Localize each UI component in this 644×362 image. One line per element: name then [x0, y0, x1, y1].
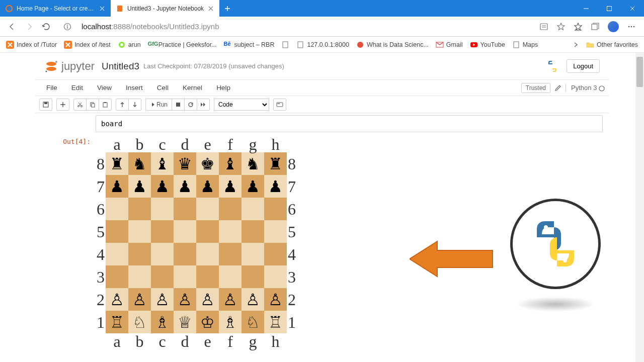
menu-kernel[interactable]: Kernel [176, 84, 209, 92]
bookmark-item[interactable]: Index of /test [64, 41, 111, 49]
svg-point-23 [55, 61, 57, 63]
logout-button[interactable]: Logout [567, 59, 600, 73]
forward-button[interactable] [22, 20, 36, 34]
svg-point-14 [120, 43, 123, 46]
svg-point-40 [544, 225, 548, 229]
chess-square [106, 243, 128, 265]
chess-square: ♜ [106, 152, 128, 175]
gmail-icon [436, 41, 444, 49]
close-icon[interactable] [207, 5, 214, 12]
menu-cell[interactable]: Cell [150, 84, 176, 92]
chess-square [151, 243, 174, 265]
chess-square: ♛ [174, 152, 196, 175]
menu-help[interactable]: Help [209, 84, 237, 92]
celltype-select[interactable]: Code [214, 99, 269, 111]
chess-square [242, 265, 264, 288]
chess-board-output: abcdefgh8♜♞♝♛♚♝♞♜87♟♟♟♟♟♟♟♟7665544332♙♙♙… [96, 136, 297, 349]
move-down-button[interactable] [128, 99, 141, 111]
code-cell-input[interactable]: board [96, 115, 603, 132]
save-button[interactable] [39, 99, 52, 111]
chess-square [106, 198, 128, 220]
copy-button[interactable] [86, 99, 99, 111]
maximize-button[interactable] [598, 0, 621, 17]
svg-rect-7 [592, 24, 597, 30]
menu-file[interactable]: File [39, 84, 64, 92]
menu-edit[interactable]: Edit [64, 84, 90, 92]
chess-square: ♙ [151, 288, 174, 311]
profile-avatar[interactable] [608, 21, 619, 32]
bookmark-item[interactable]: Maps [512, 41, 538, 49]
reader-icon[interactable] [539, 22, 548, 31]
doc-icon [296, 41, 304, 49]
svg-rect-15 [283, 42, 288, 48]
bookmark-item[interactable]: What is Data Scienc... [356, 41, 429, 49]
move-up-button[interactable] [116, 99, 129, 111]
bookmark-item[interactable]: Gmail [436, 41, 463, 49]
close-window-button[interactable] [621, 0, 644, 17]
menubar: File Edit View Insert Cell Kernel Help T… [35, 80, 609, 96]
cut-button[interactable] [73, 99, 87, 111]
interrupt-button[interactable] [172, 99, 185, 111]
restart-button[interactable] [184, 99, 197, 111]
other-favorites[interactable]: Other favorites [586, 41, 638, 49]
scroll-thumb[interactable] [636, 57, 643, 87]
bookmark-item[interactable]: Bēsubject – RBR [224, 41, 275, 49]
add-cell-button[interactable] [56, 99, 69, 111]
new-tab-button[interactable] [219, 0, 235, 17]
notebook-name[interactable]: Untitled3 [102, 61, 139, 72]
chess-square [196, 198, 219, 220]
command-palette-button[interactable] [273, 99, 286, 111]
kernel-name[interactable]: Python 3 [566, 84, 605, 92]
bookmark-item[interactable]: arun [118, 41, 141, 49]
svg-rect-20 [514, 42, 519, 48]
jupyter-logo[interactable]: jupyter [44, 59, 95, 73]
paste-button[interactable] [99, 99, 112, 111]
bookmark-item[interactable]: YouTube [470, 41, 505, 49]
scrollbar[interactable] [635, 53, 644, 362]
chess-square: ♟ [242, 175, 264, 198]
chess-square [128, 198, 151, 220]
url-input[interactable]: localhost:8888/notebooks/Untitled3.ipynb [77, 19, 536, 34]
chess-square: ♟ [151, 175, 174, 198]
menu-view[interactable]: View [90, 84, 119, 92]
chess-square [242, 243, 264, 265]
browser-tab-notebook[interactable]: Untitled3 - Jupyter Notebook [111, 0, 219, 17]
chess-square [174, 198, 196, 220]
edit-icon[interactable] [554, 84, 561, 92]
more-icon[interactable] [627, 22, 636, 31]
decoration [410, 199, 601, 329]
site-info-icon[interactable] [60, 20, 74, 34]
browser-tab-home[interactable]: Home Page - Select or create a n [0, 0, 111, 17]
arrow-icon [410, 239, 495, 279]
chess-square [151, 265, 174, 288]
chess-square: ♘ [128, 311, 151, 333]
refresh-button[interactable] [39, 20, 53, 34]
chess-square: ♞ [242, 152, 264, 175]
run-button[interactable]: Run [145, 99, 172, 111]
url-path: /notebooks/Untitled3.ipynb [130, 22, 219, 31]
back-button[interactable] [5, 20, 19, 34]
svg-rect-39 [279, 103, 280, 104]
menu-insert[interactable]: Insert [119, 84, 150, 92]
window-controls [575, 0, 644, 17]
bookmark-item[interactable]: GfGPractice | Geeksfor... [148, 41, 217, 49]
favorites-list-icon[interactable] [574, 22, 583, 31]
favorite-icon[interactable] [556, 22, 566, 31]
trusted-badge[interactable]: Trusted [521, 83, 550, 93]
doc-icon [281, 41, 289, 49]
chess-square: ♜ [264, 152, 287, 175]
close-icon[interactable] [99, 5, 106, 12]
collections-icon[interactable] [591, 22, 600, 31]
svg-point-25 [550, 62, 551, 63]
svg-point-10 [633, 26, 635, 27]
overflow-icon[interactable] [572, 41, 579, 48]
bookmark-item[interactable] [281, 41, 289, 49]
chess-square [128, 220, 151, 243]
bookmark-item[interactable]: 127.0.0.1:8000 [296, 41, 349, 49]
bookmark-item[interactable]: Index of /Tutor [6, 41, 57, 49]
chess-square [151, 198, 174, 220]
chess-square [242, 220, 264, 243]
restart-run-button[interactable] [197, 99, 210, 111]
minimize-button[interactable] [575, 0, 598, 17]
chess-square: ♙ [174, 288, 196, 311]
